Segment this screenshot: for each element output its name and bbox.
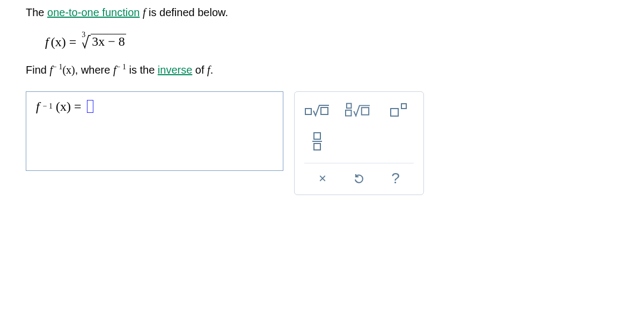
find-instruction: Find f− 1(x), where f− 1 is the inverse … xyxy=(26,63,618,76)
svg-rect-7 xyxy=(314,133,320,139)
sqrt-button[interactable] xyxy=(304,100,330,120)
math-tool-panel: × ? xyxy=(294,91,424,195)
svg-rect-6 xyxy=(401,104,406,109)
clear-button[interactable]: × xyxy=(309,169,336,188)
one-to-one-function-link[interactable]: one-to-one function xyxy=(47,6,140,18)
svg-rect-2 xyxy=(347,103,352,108)
svg-rect-4 xyxy=(362,107,369,114)
power-button[interactable] xyxy=(386,100,412,120)
answer-input[interactable] xyxy=(87,100,93,113)
svg-rect-0 xyxy=(305,109,311,114)
undo-button[interactable] xyxy=(346,169,372,188)
undo-icon xyxy=(353,173,365,184)
function-definition: f (x) = 3 3x − 8 xyxy=(45,34,618,50)
cube-root: 3 3x − 8 xyxy=(78,34,126,50)
intro-prefix: The xyxy=(26,6,47,18)
inverse-link[interactable]: inverse xyxy=(158,64,192,76)
svg-rect-3 xyxy=(346,110,352,116)
svg-rect-5 xyxy=(391,109,398,116)
nth-root-button[interactable] xyxy=(345,100,371,120)
problem-intro: The one-to-one function f is defined bel… xyxy=(26,6,618,19)
answer-box[interactable]: f− 1(x) = xyxy=(26,91,283,171)
close-icon: × xyxy=(319,171,326,186)
help-button[interactable]: ? xyxy=(382,169,409,188)
svg-rect-1 xyxy=(321,107,328,114)
help-icon: ? xyxy=(391,170,400,187)
fraction-button[interactable] xyxy=(304,132,330,151)
svg-rect-9 xyxy=(314,143,320,150)
